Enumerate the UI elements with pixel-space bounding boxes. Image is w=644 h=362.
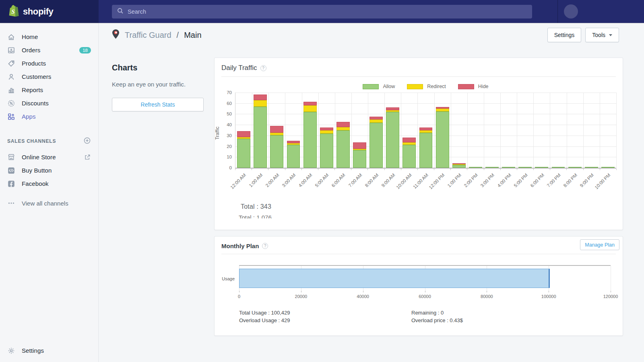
x-axis-label-text: 7:00 AM xyxy=(347,173,363,188)
buy-button-icon xyxy=(7,167,15,175)
bar-segment-allow xyxy=(469,167,482,168)
sidebar-item-apps[interactable]: Apps xyxy=(0,110,98,123)
divider xyxy=(221,76,616,77)
shopify-wordmark: shopify xyxy=(23,6,53,17)
gridline xyxy=(368,93,368,168)
x-axis-label-text: 2:00 AM xyxy=(264,173,280,188)
x-axis-tick xyxy=(425,291,425,292)
x-axis-label-text: 1:00 AM xyxy=(248,173,263,188)
avatar[interactable] xyxy=(564,4,578,19)
x-axis-tick xyxy=(616,169,617,170)
topbar-main: Search xyxy=(99,0,644,23)
x-axis-tick xyxy=(487,291,487,292)
bar-segment-hide xyxy=(270,126,283,133)
usage-bar xyxy=(239,269,550,288)
tools-button-label: Tools xyxy=(592,32,605,38)
usage-chart[interactable]: Usage 020000400006000080000100000120000 xyxy=(239,265,611,300)
sidebar-item-products[interactable]: Products xyxy=(0,57,98,70)
bar-segment-hide xyxy=(402,138,416,142)
sidebar-bottom: Settings xyxy=(0,344,98,357)
bar-segment-redirect xyxy=(436,109,449,111)
bar-segment-redirect xyxy=(419,130,433,133)
x-axis-tick xyxy=(611,291,611,292)
external-link-icon[interactable] xyxy=(84,154,91,161)
settings-button[interactable]: Settings xyxy=(547,28,582,42)
sidebar-item-label: Reports xyxy=(22,86,43,93)
sidebar-item-reports[interactable]: Reports xyxy=(0,83,98,97)
sidebar-item-view-all-channels[interactable]: View all channels xyxy=(0,197,98,210)
usage-axis-label: Usage xyxy=(222,276,235,281)
sidebar-item-buy-button[interactable]: Buy Button xyxy=(0,164,98,177)
usage-x-axis: 020000400006000080000100000120000 xyxy=(239,291,611,300)
sidebar-item-facebook[interactable]: Facebook xyxy=(0,177,98,190)
bar-segment-redirect xyxy=(386,110,399,112)
x-axis-label-text: 6:00 AM xyxy=(331,173,346,188)
bar-segment-redirect xyxy=(369,119,383,123)
x-axis-tick xyxy=(467,169,467,170)
monthly-plan-header: Monthly Plan ? Manage Plan xyxy=(215,237,623,254)
x-axis-tick xyxy=(384,169,385,170)
tools-button[interactable]: Tools xyxy=(585,28,619,42)
bar-segment-hide xyxy=(369,117,383,119)
x-axis-tick xyxy=(434,169,434,170)
x-axis-label-text: 6:00 PM xyxy=(529,173,545,188)
gridline xyxy=(616,93,617,168)
daily-traffic-plot: 010203040506070Traffic xyxy=(235,93,616,169)
plus-circle-icon xyxy=(83,137,91,146)
usage-plot: Usage xyxy=(239,265,611,291)
search-input[interactable]: Search xyxy=(112,5,532,19)
orders-icon xyxy=(7,46,15,54)
daily-traffic-card: Daily Traffic ? AllowRedirectHide 010203… xyxy=(214,58,623,230)
topbar: S shopify Search xyxy=(0,0,644,23)
x-axis-tick xyxy=(583,169,584,170)
sidebar-item-customers[interactable]: Customers xyxy=(0,70,98,83)
more-dots-icon xyxy=(7,199,15,207)
sidebar-item-settings[interactable]: Settings xyxy=(0,344,98,357)
gridline xyxy=(401,93,401,168)
bar-segment-allow xyxy=(518,167,532,168)
gridline xyxy=(467,93,468,168)
gridline xyxy=(285,93,285,168)
gridline xyxy=(417,93,418,168)
sidebar-item-orders[interactable]: Orders18 xyxy=(0,43,98,57)
manage-plan-button[interactable]: Manage Plan xyxy=(580,239,619,250)
gridline xyxy=(600,93,600,168)
charts-panel-title: Charts xyxy=(112,63,204,72)
sidebar-item-online-store[interactable]: Online Store xyxy=(0,150,98,164)
y-axis-tick-label: 0 xyxy=(229,165,232,170)
sales-channels-nav: Online StoreBuy ButtonFacebook xyxy=(0,150,98,190)
help-icon[interactable]: ? xyxy=(262,243,268,249)
refresh-stats-button[interactable]: Refresh Stats xyxy=(112,98,204,111)
bar-segment-redirect xyxy=(270,133,283,135)
bar-segment-redirect xyxy=(287,143,300,145)
bar-segment-redirect xyxy=(336,127,350,130)
daily-traffic-chart[interactable]: 010203040506070Traffic 12:00 AM1:00 AM2:… xyxy=(215,93,616,194)
sidebar-item-label: Online Store xyxy=(22,154,56,160)
x-axis-label-text: 3:00 PM xyxy=(480,173,495,188)
x-axis-label-text: 1:00 PM xyxy=(447,173,462,188)
facebook-icon xyxy=(7,180,15,188)
sidebar-item-label: Home xyxy=(22,33,38,40)
gridline xyxy=(302,93,302,168)
shopify-logo[interactable]: S shopify xyxy=(0,0,99,23)
daily-traffic-header: Daily Traffic ? xyxy=(215,58,623,76)
bar-segment-redirect xyxy=(303,105,317,112)
y-axis-tick-label: 50 xyxy=(227,111,232,116)
sidebar-item-label: Orders xyxy=(22,47,40,53)
search-icon xyxy=(117,8,124,16)
sidebar-item-home[interactable]: Home xyxy=(0,30,98,43)
sidebar: HomeOrders18ProductsCustomersReportsDisc… xyxy=(0,23,99,362)
breadcrumb-app-name[interactable]: Traffic Guard xyxy=(125,31,171,40)
store-icon xyxy=(7,153,15,161)
sidebar-item-discounts[interactable]: Discounts xyxy=(0,97,98,110)
y-axis-title: Traffic xyxy=(215,126,221,140)
gridline xyxy=(434,93,435,168)
legend-label: Hide xyxy=(478,84,489,89)
home-icon xyxy=(7,33,15,41)
plan-stats: Total Usage : 100,429 Overload Usage : 4… xyxy=(239,309,623,324)
gridline xyxy=(550,93,550,168)
shopify-bag-icon: S xyxy=(8,4,19,19)
view-all-channels-label: View all channels xyxy=(22,200,68,207)
add-channel-button[interactable] xyxy=(83,137,91,146)
help-icon[interactable]: ? xyxy=(260,65,266,71)
